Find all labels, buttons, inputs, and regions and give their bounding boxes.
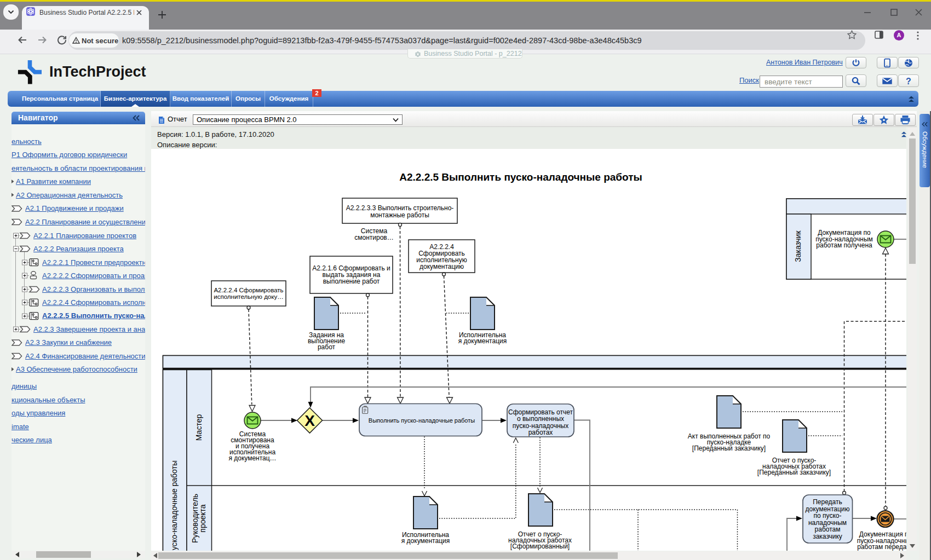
svg-text:Заказчик: Заказчик <box>794 230 802 262</box>
svg-text:я документация: я документация <box>401 537 450 545</box>
svg-text:работ: работ <box>318 343 336 351</box>
svg-text:А2.2.2.3.3 Выполнить строитель: А2.2.2.3.3 Выполнить строительно- <box>346 204 454 212</box>
svg-text:X: X <box>304 412 315 429</box>
svg-text:А2.2.2.4 Сформировать: А2.2.2.4 Сформировать <box>214 287 283 293</box>
svg-text:Пуско-наладочные работы: Пуско-наладочные работы <box>170 460 179 551</box>
svg-text:проекта: проекта <box>198 504 207 532</box>
svg-text:работах: работах <box>528 429 553 436</box>
svg-text:[Переданный заказчику]: [Переданный заказчику] <box>757 469 831 476</box>
svg-text:я документация: я документация <box>458 337 507 345</box>
svg-text:[Переданный заказчику]: [Переданный заказчику] <box>692 444 766 452</box>
svg-text:монтажные работы: монтажные работы <box>370 211 429 219</box>
svg-text:я документац…: я документац… <box>228 454 276 462</box>
svg-text:?: ? <box>906 76 911 85</box>
svg-text:исполнительную доку…: исполнительную доку… <box>214 293 283 300</box>
svg-text:работам передана: работам передана <box>857 543 906 551</box>
svg-text:выполнение работ: выполнение работ <box>323 278 380 285</box>
svg-text:документацию: документацию <box>419 263 464 270</box>
svg-text:смонтиров…: смонтиров… <box>354 234 393 241</box>
svg-text:А2.2.2.5 Выполнить пуско-налад: А2.2.2.5 Выполнить пуско-наладочные рабо… <box>399 171 642 183</box>
svg-text:[Сформированный]: [Сформированный] <box>510 542 570 550</box>
svg-text:заказчику: заказчику <box>813 533 842 540</box>
svg-text:Мастер: Мастер <box>194 414 203 441</box>
svg-text:работам получена: работам получена <box>816 241 872 249</box>
svg-text:Выполнить пуско-наладочные раб: Выполнить пуско-наладочные работы <box>369 417 475 424</box>
